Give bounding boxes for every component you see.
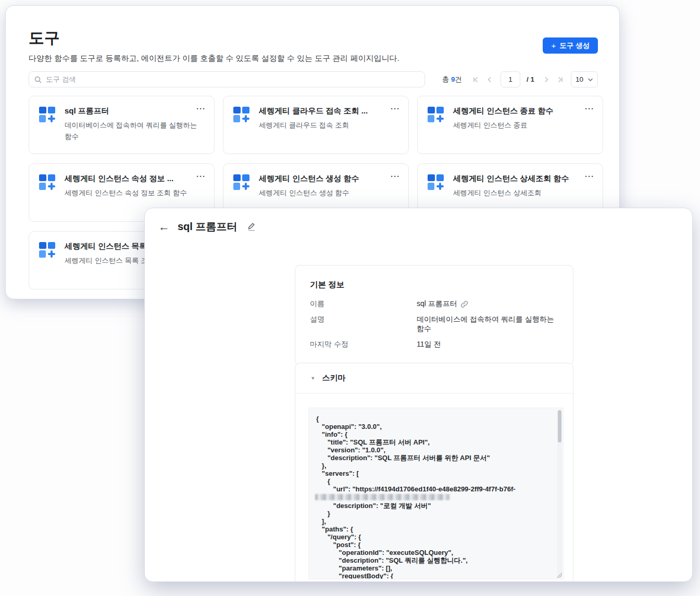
more-icon[interactable]: ··· <box>386 173 400 179</box>
page-total-label: / 1 <box>527 75 534 83</box>
tool-card-title: sql 프롬프터 <box>65 105 192 116</box>
tool-grid-icon <box>232 105 251 124</box>
tool-card-description: 세렝게티 클라우드 접속 조회 <box>259 120 400 131</box>
info-row-name: 이름 sql 프롬프터 <box>310 299 558 309</box>
tool-card-instance-terminate[interactable]: 세렝게티 인스턴스 종료 함수 ··· 세렝게티 인스턴스 종료 <box>417 96 603 154</box>
schema-code-part2: "description": "로컬 개발 서버" } ], "paths": … <box>309 502 563 579</box>
tool-card-description: 세렝게티 인스턴스 생성 함수 <box>259 187 400 199</box>
detail-header: ← sql 프롬프터 <box>157 220 256 234</box>
name-value: sql 프롬프터 <box>417 299 457 309</box>
description-label: 설명 <box>310 315 417 324</box>
tool-card-description: 세렝게티 인스턴스 상세조회 <box>453 187 594 199</box>
search-input[interactable] <box>46 75 419 83</box>
tool-grid-icon <box>427 173 445 192</box>
edit-icon[interactable] <box>247 222 256 232</box>
pagination-nav <box>470 74 495 85</box>
tool-grid-icon <box>38 105 57 124</box>
search-row: 총 9건 / 1 10 <box>29 71 598 87</box>
more-icon[interactable]: ··· <box>386 105 400 111</box>
schema-card: ▾ 스키마 { "openapi": "3.0.0", "info": { "t… <box>295 363 573 582</box>
tool-grid-icon <box>38 173 57 192</box>
code-scrollbar-thumb[interactable] <box>558 410 561 442</box>
more-icon[interactable]: ··· <box>192 173 206 179</box>
plus-icon: + <box>551 41 556 50</box>
basic-info-title: 기본 정보 <box>310 280 558 290</box>
more-icon[interactable]: ··· <box>581 105 594 111</box>
tool-grid-icon <box>38 240 57 259</box>
tool-card-title: 세렝게티 인스턴스 상세조회 함수 <box>453 173 581 184</box>
first-page-button[interactable] <box>470 74 482 85</box>
name-label: 이름 <box>310 299 417 309</box>
more-icon[interactable]: ··· <box>192 105 206 111</box>
resize-grip[interactable] <box>556 572 562 578</box>
tool-card-cloud-access[interactable]: 세렝게티 클라우드 접속 조회 ... ··· 세렝게티 클라우드 접속 조회 <box>223 96 409 154</box>
search-icon <box>34 76 42 83</box>
description-value: 데이터베이스에 접속하여 쿼리를 실행하는 함수 <box>417 315 558 334</box>
caret-down-icon: ▾ <box>311 375 315 382</box>
code-scrollbar[interactable] <box>557 409 562 578</box>
page-size-select[interactable]: 10 <box>571 71 598 87</box>
schema-collapse-toggle[interactable]: ▾ 스키마 <box>295 363 573 394</box>
page-title: 도구 <box>29 28 60 49</box>
create-tool-label: 도구 생성 <box>559 41 590 50</box>
schema-title: 스키마 <box>322 373 346 383</box>
prev-page-button[interactable] <box>484 74 495 85</box>
detail-title: sql 프롬프터 <box>178 220 237 234</box>
total-count: 총 9건 <box>442 75 462 84</box>
tool-card-description: 세렝게티 인스턴스 종료 <box>453 120 594 131</box>
back-icon[interactable]: ← <box>157 221 171 233</box>
schema-code-part1: { "openapi": "3.0.0", "info": { "title":… <box>309 408 563 493</box>
link-icon[interactable] <box>460 300 468 308</box>
tool-grid-icon <box>232 173 251 192</box>
info-row-description: 설명 데이터베이스에 접속하여 쿼리를 실행하는 함수 <box>310 315 558 334</box>
create-tool-button[interactable]: + 도구 생성 <box>543 37 598 54</box>
schema-code-editor[interactable]: { "openapi": "3.0.0", "info": { "title":… <box>308 408 564 579</box>
last-page-button[interactable] <box>554 74 566 85</box>
tool-grid-icon <box>427 105 445 124</box>
redacted-url-segment <box>315 494 449 500</box>
page-subtitle: 다양한 함수를 도구로 등록하고, 에이전트가 이를 호출할 수 있도록 설정할… <box>29 54 399 64</box>
tool-card-title: 세렝게티 인스턴스 생성 함수 <box>259 173 386 184</box>
basic-info-card: 기본 정보 이름 sql 프롬프터 설명 데이터베이스에 접속하여 쿼리를 실행… <box>295 265 573 365</box>
page-size-value: 10 <box>576 75 583 83</box>
tool-card-sql-prompter[interactable]: sql 프롬프터 ··· 데이터베이스에 접속하여 쿼리를 실행하는 함수 <box>29 96 215 154</box>
page-number-input[interactable] <box>501 71 520 87</box>
search-box[interactable] <box>29 71 425 87</box>
tool-card-description: 데이터베이스에 접속하여 쿼리를 실행하는 함수 <box>65 120 206 143</box>
pagination: 총 9건 / 1 10 <box>442 71 598 87</box>
more-icon[interactable]: ··· <box>581 173 594 179</box>
next-page-button[interactable] <box>541 74 552 85</box>
tool-detail-panel: ← sql 프롬프터 기본 정보 이름 sql 프롬프터 <box>144 208 693 582</box>
pagination-nav-right <box>541 74 566 85</box>
tool-card-title: 세렝게티 인스턴스 속성 정보 ... <box>65 173 192 184</box>
tool-card-description: 세렝게티 인스턴스 속성 정보 조회 함수 <box>65 187 206 199</box>
modified-label: 마지막 수정 <box>310 340 417 349</box>
chevron-down-icon <box>588 78 593 82</box>
info-row-modified: 마지막 수정 11일 전 <box>310 340 558 349</box>
modified-value: 11일 전 <box>417 340 441 349</box>
tool-card-title: 세렝게티 클라우드 접속 조회 ... <box>259 105 386 116</box>
tool-card-title: 세렝게티 인스턴스 종료 함수 <box>453 105 581 116</box>
